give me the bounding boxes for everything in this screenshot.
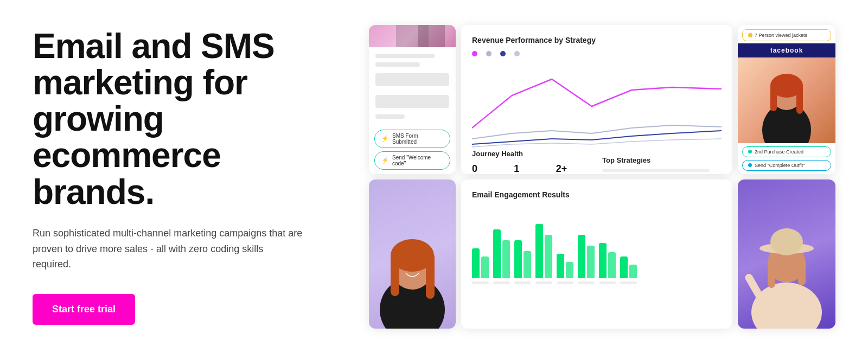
bar-group [535,224,552,278]
bar-group [620,256,637,278]
hero-subtext: Run sophisticated multi-channel marketin… [33,226,304,272]
start-trial-button[interactable]: Start free trial [33,294,135,325]
revenue-chart-svg [472,63,722,150]
top-strategies-section: Top Strategies [602,150,722,174]
bar-label [620,281,637,284]
journey-count: 0 [472,163,507,174]
bar-label [535,281,552,284]
journey-title: Journey Health [472,150,591,158]
skeleton-content [369,47,456,125]
skel-line [375,62,420,67]
panel-email-engagement: Email Engagement Results [461,179,732,329]
bar-label [514,281,531,284]
bar [493,229,501,278]
legend-dot-navy [500,51,506,56]
action-badges: 2nd Purchase Created Send "Complete Outf… [738,143,835,174]
sms-badges: ⚡ SMS Form Submitted ⚡ Send "Welcome cod… [369,125,456,174]
bolt-icon: ⚡ [381,157,389,164]
action-badge-outfit: Send "Complete Outfit" [742,160,831,171]
notif-dot-icon [748,33,752,37]
bar-label [472,281,489,284]
sms-badge-form: ⚡ SMS Form Submitted [374,130,450,148]
panel-facebook: 7 Person viewed jackets facebook [738,25,835,174]
svg-point-12 [751,283,822,329]
svg-rect-6 [796,84,803,114]
facebook-header: facebook [738,43,835,57]
svg-rect-10 [391,253,399,296]
bar-label [578,281,595,284]
bar-group [599,243,616,278]
green-dot-icon [748,150,752,153]
hero-headline: Email and SMS marketing for growing ecom… [33,28,347,210]
hero-container: Email and SMS marketing for growing ecom… [0,0,868,353]
svg-point-15 [770,228,803,255]
bar [557,254,564,278]
svg-rect-16 [768,258,775,288]
sms-badge-label: Send "Welcome code" [392,155,443,166]
bar [566,262,573,278]
skel-line [375,54,435,58]
journey-col-2plus: 2+ orders ▲ [556,163,591,174]
panel-phone-product: ⚡ SMS Form Submitted ⚡ Send "Welcome cod… [369,25,456,174]
strategy-skel [602,169,710,172]
journey-count: 1 [514,163,549,174]
bar-group [472,248,489,278]
person-svg [754,57,819,143]
purple-person-svg [738,204,835,329]
bar-group [578,235,595,278]
panel-revenue-chart: Revenue Performance by Strategy [461,25,732,174]
panel-purple-silhouette [738,179,835,329]
chart-legend [472,51,722,56]
bar [620,256,628,278]
hand-icon [418,25,445,47]
bar [545,235,552,278]
bar [535,224,543,278]
bottom-person-svg [371,204,455,329]
top-strategies-label: Top Strategies [602,156,722,164]
phone-image [369,25,456,47]
notification-badge: 7 Person viewed jackets [742,29,831,41]
bar-chart [472,208,722,278]
legend-dot-gray [486,51,492,56]
bar [587,246,595,278]
journey-columns: 0 orders ▼ 1 order [472,163,591,174]
facebook-person-image [738,57,835,143]
notification-text: 7 Person viewed jackets [755,33,807,38]
dashboard-area: ⚡ SMS Form Submitted ⚡ Send "Welcome cod… [369,0,835,353]
legend-dot-pink [472,51,477,56]
bar-label [599,281,616,284]
journey-strategies-area: Journey Health 0 orders ▼ 1 [472,150,722,174]
legend-dot-light [514,51,520,56]
journey-col-0orders: 0 orders ▼ [472,163,507,174]
bar-label [557,281,573,284]
skel-box [375,73,449,86]
bar [502,240,510,278]
bar-group [493,229,510,278]
dashboard-grid: ⚡ SMS Form Submitted ⚡ Send "Welcome cod… [369,14,835,339]
panel-purple-person [369,179,456,329]
svg-rect-11 [426,253,435,299]
bar [629,265,637,278]
bar-group [557,254,573,278]
bar [514,240,522,278]
bar-label-row [472,281,722,284]
skel-box [375,95,449,108]
action-badge-label: 2nd Purchase Created [755,149,803,155]
journey-count: 2+ [556,163,591,174]
cyan-dot-icon [748,163,752,167]
action-badge-purchase: 2nd Purchase Created [742,146,831,157]
bar [524,251,531,278]
chart-title: Revenue Performance by Strategy [472,36,722,44]
bar [481,256,489,278]
bar-label [493,281,510,284]
journey-col-1order: 1 order ▼ [514,163,549,174]
sms-badge-label: SMS Form Submitted [392,133,443,145]
bar [472,248,480,278]
skel-line [375,114,405,119]
engagement-title: Email Engagement Results [472,190,722,199]
hero-left: Email and SMS marketing for growing ecom… [33,28,369,325]
bolt-icon: ⚡ [381,135,389,142]
strategies-list [602,169,722,174]
bar [578,235,585,278]
svg-rect-17 [798,258,806,285]
